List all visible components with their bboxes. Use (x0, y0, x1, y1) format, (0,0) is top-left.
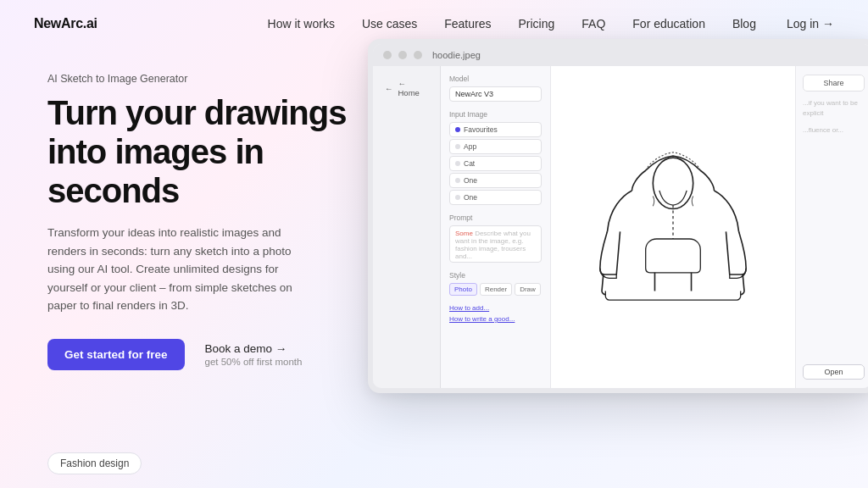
app-mockup: hoodie.jpeg ← ← Home Model (368, 39, 868, 393)
titlebar-min-btn (398, 51, 407, 59)
hero-section: AI Sketch to Image Generator Turn your d… (0, 47, 868, 370)
mockup-content: ← ← Home Model NewArc V3 Input Image (373, 66, 868, 388)
option-favourites[interactable]: Favourites (449, 122, 542, 137)
app-right-panel: Share ...if you want to be explicit ...f… (795, 66, 868, 388)
titlebar-close-btn (383, 51, 392, 59)
book-demo-link[interactable]: Book a demo → (205, 342, 303, 355)
option-app[interactable]: App (449, 139, 542, 154)
style-label: Style (449, 271, 542, 280)
prompt-label: Prompt (449, 214, 542, 222)
titlebar-max-btn (414, 51, 422, 59)
tag-photo[interactable]: Photo (449, 283, 477, 296)
help-link-2[interactable]: How to write a good... (449, 315, 542, 323)
logo[interactable]: NewArc.ai (34, 16, 97, 31)
nav-for-education[interactable]: For education (632, 17, 705, 30)
fashion-design-tag: Fashion design (47, 452, 142, 474)
right-context-text: ...if you want to be explicit (803, 98, 865, 119)
titlebar-filename: hoodie.jpeg (432, 50, 481, 60)
style-tags: Photo Render Draw (449, 283, 542, 296)
nav-use-cases[interactable]: Use cases (362, 17, 417, 30)
input-image-label: Input Image (449, 110, 542, 119)
option-label: Cat (464, 159, 475, 168)
nav-faq[interactable]: FAQ (581, 17, 605, 30)
app-controls-panel: Model NewArc V3 Input Image Favourites (441, 66, 551, 388)
input-image-section: Input Image Favourites App (449, 110, 542, 205)
right-context-text-2: ...fluence or... (803, 125, 865, 136)
option-cat[interactable]: Cat (449, 156, 542, 171)
back-arrow-icon: ← (385, 84, 393, 93)
login-button[interactable]: Log in → (787, 17, 834, 30)
option-dot (455, 144, 460, 149)
hero-title: Turn your drawings into images in second… (47, 93, 370, 210)
hero-label: AI Sketch to Image Generator (47, 73, 370, 85)
hoodie-image (580, 108, 766, 346)
app-nav-back-label: ← Home (398, 79, 429, 97)
demo-sub-text: get 50% off first month (205, 357, 303, 367)
tag-draw[interactable]: Draw (515, 283, 541, 296)
prompt-section: Prompt Some Describe what you want in th… (449, 214, 542, 263)
nav-links: How it works Use cases Features Pricing … (268, 16, 756, 31)
nav-how-it-works[interactable]: How it works (268, 17, 335, 30)
model-section: Model NewArc V3 (449, 75, 542, 102)
svg-point-0 (653, 158, 693, 208)
share-button[interactable]: Share (803, 75, 865, 92)
get-started-button[interactable]: Get started for free (47, 339, 185, 370)
prompt-textarea[interactable]: Some Describe what you want in the image… (449, 225, 542, 263)
style-section: Style Photo Render Draw (449, 271, 542, 296)
option-one1[interactable]: One (449, 173, 542, 188)
demo-link: Book a demo → get 50% off first month (205, 342, 303, 367)
option-label: One (464, 176, 477, 185)
nav-pricing[interactable]: Pricing (519, 17, 555, 30)
option-label: One (464, 193, 477, 202)
option-dot (455, 127, 460, 132)
titlebar: hoodie.jpeg (373, 44, 868, 66)
option-label: App (464, 142, 476, 151)
app-nav-back[interactable]: ← ← Home (380, 75, 433, 102)
hero-description: Transform your ideas into realistic imag… (47, 224, 319, 315)
option-dot (455, 178, 460, 183)
nav-features[interactable]: Features (444, 17, 491, 30)
option-label: Favourites (464, 125, 498, 134)
open-button[interactable]: Open (803, 364, 865, 380)
model-label: Model (449, 75, 542, 83)
mockup-inner: hoodie.jpeg ← ← Home Model (373, 44, 868, 388)
option-dot (455, 161, 460, 166)
help-link-1[interactable]: How to add... (449, 304, 542, 312)
mockup-outer: hoodie.jpeg ← ← Home Model (368, 39, 868, 393)
app-sidebar: ← ← Home (373, 66, 441, 388)
hero-left: AI Sketch to Image Generator Turn your d… (47, 64, 370, 370)
option-one2[interactable]: One (449, 190, 542, 205)
hero-cta: Get started for free Book a demo → get 5… (47, 339, 370, 370)
option-dot (455, 195, 460, 200)
model-select[interactable]: NewArc V3 (449, 86, 542, 102)
tag-render[interactable]: Render (480, 283, 512, 296)
nav-blog[interactable]: Blog (732, 17, 756, 30)
app-image-area (551, 66, 795, 388)
